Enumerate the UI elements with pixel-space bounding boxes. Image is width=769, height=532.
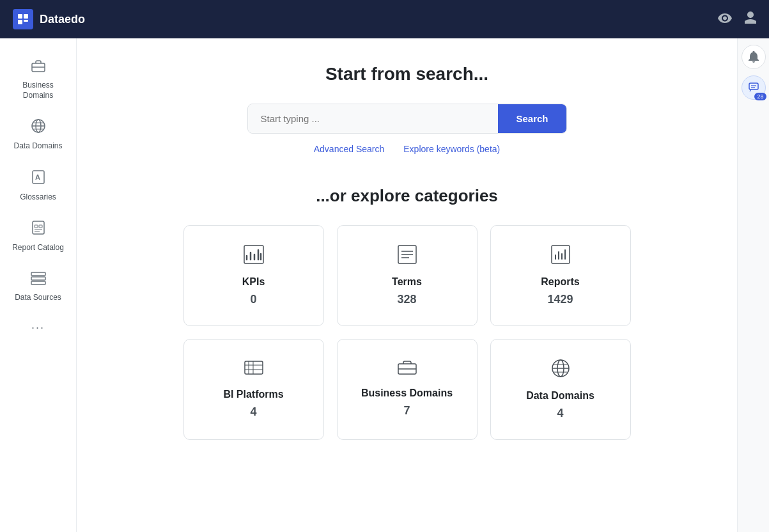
reports-count: 1429 [504,293,618,306]
data-sources-icon [31,271,46,289]
chat-badge: 28 [754,93,766,100]
explore-keywords-link[interactable]: Explore keywords (beta) [403,144,500,154]
search-section: Start from search... Search Advanced Sea… [115,64,699,154]
category-card-data-domains[interactable]: Data Domains 4 [490,339,631,440]
categories-title: ...or explore categories [115,186,699,206]
sidebar-item-data-domains[interactable]: Data Domains [6,111,70,159]
sidebar-item-business-domains[interactable]: Business Domains [6,51,70,108]
sidebar-label-report-catalog: Report Catalog [12,243,64,253]
sidebar-more-button[interactable]: ... [26,313,50,337]
sidebar-label-glossaries: Glossaries [20,192,56,203]
svg-rect-14 [35,225,38,228]
svg-rect-2 [18,20,22,24]
right-panel: 28 [737,38,769,532]
data-domains-card-icon [504,359,618,382]
categories-section: ...or explore categories [115,186,699,440]
svg-rect-36 [245,361,263,374]
svg-text:A: A [35,173,40,181]
report-catalog-icon [31,220,46,239]
search-bar: Search [247,104,567,134]
reports-name: Reports [504,276,618,288]
navbar-icons [718,12,756,27]
chat-button[interactable]: 28 [742,75,766,100]
main-layout: Business Domains Data Domains A [0,38,769,532]
svg-rect-3 [24,20,28,22]
svg-rect-19 [31,277,45,280]
brand: Dataedo [13,9,85,29]
eye-icon[interactable] [718,12,732,27]
main-content: Start from search... Search Advanced Sea… [77,38,737,532]
advanced-search-link[interactable]: Advanced Search [314,144,385,154]
svg-rect-48 [749,83,758,90]
navbar: Dataedo [0,0,769,38]
bi-platforms-count: 4 [197,405,311,419]
categories-grid: KPIs 0 Terms 328 [183,225,631,440]
kpi-name: KPIs [197,276,311,288]
reports-icon [504,245,618,269]
svg-rect-15 [39,225,42,228]
briefcase-icon [31,59,46,77]
sidebar-item-report-catalog[interactable]: Report Catalog [6,212,70,261]
kpi-count: 0 [197,293,311,306]
data-domains-card-count: 4 [504,407,618,420]
category-card-terms[interactable]: Terms 328 [337,225,478,326]
business-domains-card-icon [350,359,464,380]
category-card-kpis[interactable]: KPIs 0 [183,225,324,326]
notification-button[interactable] [742,45,766,69]
search-links: Advanced Search Explore keywords (beta) [115,144,699,154]
brand-name: Dataedo [40,13,85,26]
terms-icon [350,245,464,269]
terms-count: 328 [350,293,464,306]
sidebar: Business Domains Data Domains A [0,38,77,532]
svg-rect-0 [18,14,22,19]
search-button[interactable]: Search [498,104,566,133]
kpi-icon [197,245,311,269]
sidebar-item-glossaries[interactable]: A Glossaries [6,162,70,210]
sidebar-label-data-domains: Data Domains [13,141,62,152]
business-domains-card-count: 7 [350,404,464,418]
user-icon[interactable] [745,12,756,27]
category-card-reports[interactable]: Reports 1429 [490,225,631,326]
glossary-icon: A [31,169,45,189]
sidebar-item-data-sources[interactable]: Data Sources [6,263,70,311]
search-input[interactable] [248,104,499,133]
business-domains-card-name: Business Domains [350,387,464,399]
data-domains-card-name: Data Domains [504,390,618,402]
brand-icon [13,9,33,29]
terms-name: Terms [350,276,464,288]
bi-platforms-icon [197,359,311,381]
search-title: Start from search... [115,64,699,84]
svg-rect-31 [552,246,570,263]
category-card-bi-platforms[interactable]: BI Platforms 4 [183,339,324,440]
globe-icon [31,118,46,137]
svg-rect-1 [24,14,28,19]
bi-platforms-name: BI Platforms [197,389,311,400]
sidebar-label-data-sources: Data Sources [15,293,61,303]
sidebar-label-business-domains: Business Domains [12,81,65,100]
category-card-business-domains[interactable]: Business Domains 7 [337,339,478,440]
svg-rect-20 [31,281,45,285]
svg-rect-18 [31,272,45,276]
